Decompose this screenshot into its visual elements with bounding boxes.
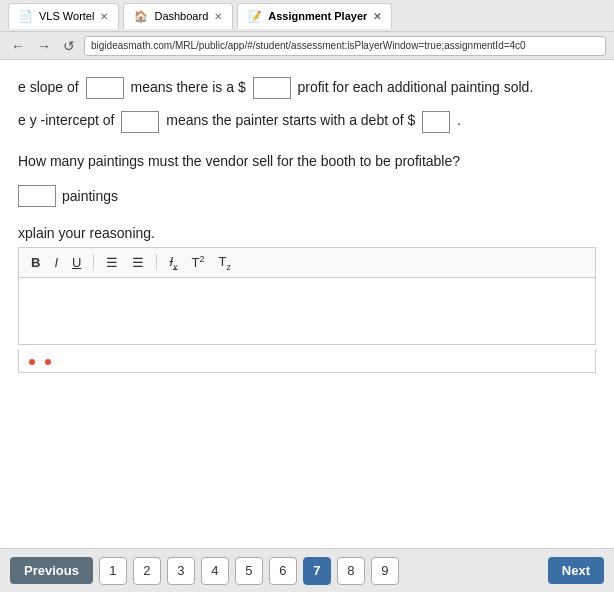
main-content: e slope of means there is a $ profit for… — [0, 60, 614, 548]
tab-assignment-label: Assignment Player — [268, 10, 367, 22]
subscript-button[interactable]: Tz — [217, 254, 233, 272]
intercept-middle: means the painter starts with a debt of … — [166, 112, 415, 128]
tab-wortel[interactable]: 📄 VLS Wortel ✕ — [8, 3, 119, 29]
text-editor-toolbar: B I U ☰ ☰ Ix T2 Tz — [18, 247, 596, 278]
tab-wortel-label: VLS Wortel — [39, 10, 94, 22]
page-button-9[interactable]: 9 — [371, 557, 399, 585]
toolbar-divider-1 — [93, 254, 94, 270]
intercept-period: . — [457, 112, 461, 128]
underline-button[interactable]: U — [70, 255, 83, 270]
paintings-row: paintings — [18, 185, 596, 207]
bold-button[interactable]: B — [29, 255, 42, 270]
previous-button[interactable]: Previous — [10, 557, 93, 584]
bottom-navigation: Previous 1 2 3 4 5 6 7 8 9 Next — [0, 548, 614, 592]
page-button-8[interactable]: 8 — [337, 557, 365, 585]
back-button[interactable]: ← — [8, 38, 28, 54]
page-button-7[interactable]: 7 — [303, 557, 331, 585]
address-bar: ← → ↺ — [0, 32, 614, 60]
superscript-button[interactable]: T2 — [190, 254, 207, 270]
explain-text: xplain your reasoning. — [18, 225, 155, 241]
tab-dashboard[interactable]: 🏠 Dashboard ✕ — [123, 3, 233, 29]
page-button-6[interactable]: 6 — [269, 557, 297, 585]
italic-x-button[interactable]: Ix — [167, 254, 179, 272]
intercept-prefix: e y -intercept of — [18, 112, 118, 128]
intercept-blank2[interactable] — [422, 111, 450, 133]
next-button[interactable]: Next — [548, 557, 604, 584]
paintings-label: paintings — [62, 188, 118, 204]
page-button-5[interactable]: 5 — [235, 557, 263, 585]
tab-dashboard-icon: 🏠 — [134, 10, 148, 23]
url-input[interactable] — [84, 36, 606, 56]
browser-tabs: 📄 VLS Wortel ✕ 🏠 Dashboard ✕ 📝 Assignmen… — [0, 0, 614, 32]
explain-label: xplain your reasoning. — [18, 225, 596, 241]
tab-dashboard-close[interactable]: ✕ — [214, 11, 222, 22]
intercept-question: e y -intercept of means the painter star… — [18, 109, 596, 132]
slope-suffix: profit for each additional painting sold… — [297, 79, 533, 95]
page-button-2[interactable]: 2 — [133, 557, 161, 585]
tab-wortel-close[interactable]: ✕ — [100, 11, 108, 22]
tab-wortel-icon: 📄 — [19, 10, 33, 23]
forward-button[interactable]: → — [34, 38, 54, 54]
numbered-list-button[interactable]: ☰ — [130, 255, 146, 270]
tab-dashboard-label: Dashboard — [154, 10, 208, 22]
page-button-1[interactable]: 1 — [99, 557, 127, 585]
toolbar-divider-2 — [156, 254, 157, 270]
page-button-3[interactable]: 3 — [167, 557, 195, 585]
slope-middle: means there is a $ — [131, 79, 246, 95]
slope-prefix: e slope of — [18, 79, 83, 95]
paintings-question-text: How many paintings must the vendor sell … — [18, 153, 460, 169]
bullet-list-button[interactable]: ☰ — [104, 255, 120, 270]
slope-blank2[interactable] — [253, 77, 291, 99]
bullet-row — [18, 349, 596, 373]
tab-assignment[interactable]: 📝 Assignment Player ✕ — [237, 3, 392, 29]
paintings-input[interactable] — [18, 185, 56, 207]
bullet-dot-2 — [45, 359, 51, 365]
reload-button[interactable]: ↺ — [60, 38, 78, 54]
slope-question: e slope of means there is a $ profit for… — [18, 76, 596, 99]
bullet-dot-1 — [29, 359, 35, 365]
reasoning-textarea[interactable] — [18, 277, 596, 345]
tab-assignment-icon: 📝 — [248, 10, 262, 23]
page-button-4[interactable]: 4 — [201, 557, 229, 585]
paintings-question: How many paintings must the vendor sell … — [18, 153, 596, 169]
intercept-blank1[interactable] — [121, 111, 159, 133]
slope-blank1[interactable] — [86, 77, 124, 99]
tab-assignment-close[interactable]: ✕ — [373, 11, 381, 22]
italic-button[interactable]: I — [52, 255, 60, 270]
